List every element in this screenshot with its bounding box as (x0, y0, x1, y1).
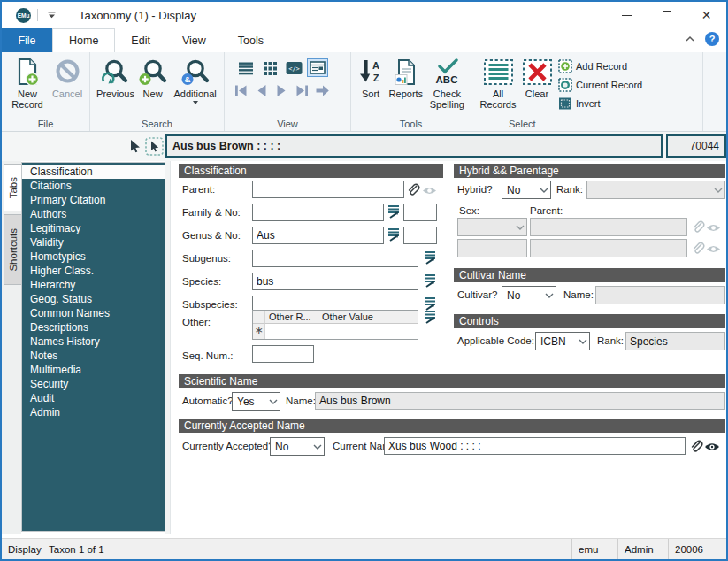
sidebar-item-citations[interactable]: Citations (22, 179, 165, 193)
hybrid-combo[interactable]: No (502, 181, 551, 199)
hybrid-label: Hybrid? (457, 184, 493, 195)
select-pointer-icon[interactable] (145, 137, 164, 156)
attachment-icon[interactable] (688, 439, 703, 454)
status-user: emu (571, 539, 617, 559)
view-grid-button[interactable] (259, 58, 280, 77)
next-record-button[interactable] (272, 82, 291, 99)
sidebar-item-audit[interactable]: Audit (22, 391, 165, 405)
all-records-button[interactable]: All Records (477, 55, 519, 110)
other-value-column-header[interactable]: Other Value (318, 311, 418, 324)
sidebar-item-hierarchy[interactable]: Hierarchy (22, 278, 165, 292)
current-name-input[interactable] (384, 437, 686, 455)
clear-selection-button[interactable]: Clear (519, 55, 555, 99)
controls-rank-label: Rank: (597, 335, 624, 346)
record-header-bar: Aus bus Brown : : : : 70044 (2, 132, 726, 161)
help-button[interactable]: ? (705, 32, 719, 46)
goto-record-button[interactable] (313, 82, 332, 99)
genus-input[interactable] (252, 227, 384, 244)
tab-edit[interactable]: Edit (115, 28, 166, 52)
side-tab-shortcuts[interactable]: Shortcuts (4, 214, 21, 285)
sidebar-item-legitimacy[interactable]: Legitimacy (22, 221, 165, 235)
sort-button[interactable]: A Z Sort (355, 55, 387, 99)
new-search-button[interactable]: New (137, 55, 168, 99)
side-tab-strip: Tabs Shortcuts (2, 161, 21, 534)
section-scientific-name: Scientific Name (179, 374, 725, 388)
sidebar-item-higher-class[interactable]: Higher Class. (22, 264, 165, 278)
record-number-field[interactable]: 70044 (666, 134, 726, 158)
sidebar-item-validity[interactable]: Validity (22, 235, 165, 250)
maximize-icon (663, 11, 671, 19)
check-spelling-button[interactable]: ABC Check Spelling (425, 55, 469, 110)
sidebar-item-notes[interactable]: Notes (22, 349, 165, 363)
other-lookup-icon[interactable] (423, 310, 437, 325)
close-button[interactable]: ✕ (686, 3, 726, 28)
family-lookup-icon[interactable] (387, 204, 401, 219)
cancel-button[interactable]: Cancel (48, 55, 87, 99)
species-input[interactable] (252, 273, 418, 290)
attachment-icon (690, 241, 705, 256)
quick-access-dropdown-button[interactable] (44, 8, 58, 22)
sidebar-item-common-names[interactable]: Common Names (22, 306, 165, 320)
family-number-input[interactable] (403, 204, 437, 221)
side-tab-tabs[interactable]: Tabs (4, 164, 21, 211)
subgenus-lookup-icon[interactable] (423, 250, 437, 265)
applicable-code-label: Applicable Code: (457, 335, 534, 346)
tab-view[interactable]: View (166, 28, 222, 52)
status-record-count: Taxon 1 of 1 (42, 539, 571, 559)
view-attachment-icon[interactable] (704, 442, 720, 452)
current-record-button[interactable]: Current Record (558, 78, 642, 92)
other-rank-column-header[interactable]: Other R... (265, 311, 318, 324)
other-rank-table[interactable]: Other R... Other Value ∗ (252, 310, 418, 340)
parent-input[interactable] (252, 181, 404, 198)
collapse-ribbon-button[interactable] (684, 34, 696, 44)
view-attachment-icon (422, 186, 437, 196)
sidebar-item-authors[interactable]: Authors (22, 207, 165, 221)
sidebar-item-security[interactable]: Security (22, 377, 165, 391)
view-code-button[interactable]: </> (283, 58, 304, 77)
view-list-button[interactable] (235, 58, 257, 77)
sidebar-item-geog-status[interactable]: Geog. Status (22, 292, 165, 306)
add-record-button[interactable]: Add Record (558, 59, 642, 73)
invert-selection-button[interactable]: Invert (558, 96, 642, 111)
currently-accepted-combo[interactable]: No (270, 437, 325, 456)
reports-button[interactable]: Reports (387, 55, 425, 99)
first-record-button[interactable] (232, 82, 250, 99)
maximize-button[interactable] (647, 3, 686, 28)
sidebar-item-admin[interactable]: Admin (22, 405, 165, 419)
record-summary-field[interactable]: Aus bus Brown : : : : (165, 134, 663, 158)
seq-num-input[interactable] (252, 345, 314, 363)
tab-tools[interactable]: Tools (222, 28, 280, 52)
previous-record-button[interactable] (252, 82, 271, 99)
cultivar-combo[interactable]: No (502, 286, 556, 304)
sidebar-item-descriptions[interactable]: Descriptions (22, 320, 165, 334)
pointer-icon[interactable] (128, 139, 141, 154)
attachment-icon[interactable] (405, 182, 420, 197)
family-input[interactable] (252, 204, 384, 221)
genus-lookup-icon[interactable] (387, 227, 401, 242)
subspecies-label: Subspecies: (182, 299, 238, 310)
sidebar-item-multimedia[interactable]: Multimedia (22, 363, 165, 377)
sidebar-item-classification[interactable]: Classification (22, 165, 165, 179)
status-group: Admin (617, 539, 668, 559)
other-rank-cell[interactable] (265, 324, 318, 339)
other-value-cell[interactable] (318, 324, 418, 339)
automatic-combo[interactable]: Yes (232, 392, 280, 411)
subgenus-input[interactable] (252, 250, 418, 267)
additional-search-button[interactable]: & Additional (168, 55, 222, 104)
genus-label: Genus & No: (182, 230, 241, 241)
previous-record-icon (254, 83, 269, 98)
genus-number-input[interactable] (403, 227, 437, 244)
ribbon: New Record Cancel File Previous (2, 52, 726, 132)
applicable-code-combo[interactable]: ICBN (535, 332, 590, 350)
minimize-button[interactable] (607, 3, 647, 28)
last-record-button[interactable] (293, 82, 311, 99)
sidebar-item-homotypics[interactable]: Homotypics (22, 250, 165, 264)
view-form-button[interactable] (307, 58, 328, 77)
tab-home[interactable]: Home (52, 28, 115, 52)
previous-search-button[interactable]: Previous (94, 55, 137, 99)
species-lookup-icon[interactable] (423, 273, 437, 288)
tab-file[interactable]: File (2, 28, 52, 52)
sidebar-item-primary-citation[interactable]: Primary Citation (22, 193, 165, 207)
new-record-button[interactable]: New Record (7, 55, 48, 110)
sidebar-item-names-history[interactable]: Names History (22, 334, 165, 349)
